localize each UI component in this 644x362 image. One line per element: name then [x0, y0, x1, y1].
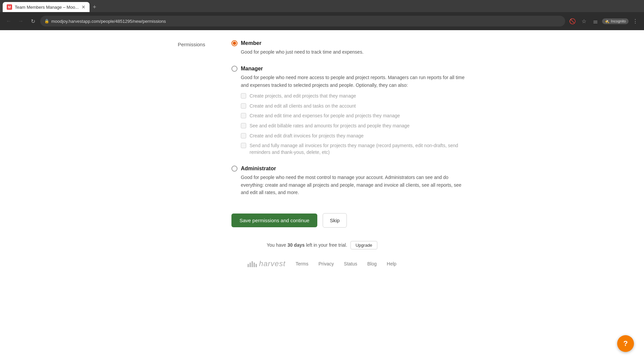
manager-option-3-label: Create and edit time and expenses for pe… [250, 113, 400, 119]
manager-option-1-label: Create projects, and edit projects that … [250, 93, 356, 100]
permissions-content: Member Good for people who just need to … [231, 40, 466, 206]
footer-blog-link[interactable]: Blog [367, 261, 377, 266]
incognito-label: Incognito [611, 19, 626, 23]
tab-close-button[interactable]: ✕ [82, 4, 86, 10]
page-content: Permissions Member Good for people who j… [0, 30, 644, 362]
manager-option-6: Send and fully manage all invoices for p… [241, 142, 466, 156]
manager-role-desc: Good for people who need more access to … [241, 74, 466, 89]
forward-button[interactable]: → [16, 16, 25, 26]
save-permissions-button[interactable]: Save permissions and continue [231, 214, 317, 227]
footer-status-link[interactable]: Status [344, 261, 357, 266]
lock-icon: 🔒 [44, 19, 49, 23]
main-layout: Permissions Member Good for people who j… [0, 40, 644, 275]
harvest-logo-bars-icon [248, 260, 257, 267]
member-role-option: Member Good for people who just need to … [231, 40, 466, 56]
address-bar[interactable]: 🔒 moodjoy.harvestapp.com/people/4851295/… [40, 16, 565, 26]
bar-5 [256, 264, 257, 267]
footer-privacy-link[interactable]: Privacy [318, 261, 334, 266]
browser-tabs: M Team Members Manage – Moo... ✕ + [0, 0, 644, 12]
permissions-section: Permissions Member Good for people who j… [178, 40, 466, 206]
new-tab-button[interactable]: + [90, 2, 100, 12]
manager-role-name: Manager [241, 66, 263, 72]
tab-label: Team Members Manage – Moo... [15, 5, 79, 10]
manager-option-4-checkbox[interactable] [241, 123, 246, 128]
manager-role-header: Manager [231, 66, 466, 72]
manager-option-3: Create and edit time and expenses for pe… [241, 113, 466, 119]
manager-option-3-checkbox[interactable] [241, 113, 246, 118]
menu-button[interactable]: ⋮ [631, 16, 640, 26]
incognito-badge: 🕵 Incognito [602, 18, 629, 24]
bar-4 [254, 262, 255, 267]
footer-help-link[interactable]: Help [387, 261, 396, 266]
manager-option-2-label: Create and edit all clients and tasks on… [250, 103, 356, 110]
manager-option-6-checkbox[interactable] [241, 143, 246, 148]
skip-button[interactable]: Skip [323, 213, 346, 228]
manager-option-2: Create and edit all clients and tasks on… [241, 103, 466, 110]
harvest-logo: harvest [248, 259, 285, 268]
trial-notice: You have 30 days left in your free trial… [178, 241, 466, 249]
trial-suffix: left in your free trial. [306, 242, 347, 248]
administrator-radio[interactable] [231, 166, 237, 172]
permissions-section-label: Permissions [178, 40, 218, 206]
administrator-role-desc: Good for people who need the most contro… [241, 174, 466, 196]
member-role-name: Member [241, 40, 261, 46]
manager-option-6-label: Send and fully manage all invoices for p… [250, 142, 466, 156]
browser-chrome: M Team Members Manage – Moo... ✕ + ← → ↻… [0, 0, 644, 30]
active-tab[interactable]: M Team Members Manage – Moo... ✕ [3, 2, 90, 12]
help-icon: ? [623, 339, 628, 348]
manager-option-2-checkbox[interactable] [241, 103, 246, 109]
harvest-logo-text: harvest [259, 259, 285, 268]
browser-navigation: ← → ↻ 🔒 moodjoy.harvestapp.com/people/48… [0, 12, 644, 30]
tab-favicon: M [7, 4, 12, 10]
member-role-desc: Good for people who just need to track t… [241, 48, 466, 56]
manager-option-4-label: See and edit billable rates and amounts … [250, 123, 410, 129]
administrator-role-name: Administrator [241, 166, 276, 172]
manager-radio[interactable] [231, 66, 237, 72]
help-button[interactable]: ? [617, 335, 634, 352]
sidebar-icon[interactable]: ⚌ [591, 16, 600, 26]
reload-button[interactable]: ↻ [28, 16, 38, 26]
manager-option-1-checkbox[interactable] [241, 93, 246, 99]
administrator-role-header: Administrator [231, 166, 466, 172]
footer-terms-link[interactable]: Terms [296, 261, 308, 266]
bar-3 [252, 261, 253, 267]
url-text: moodjoy.harvestapp.com/people/4851295/ne… [51, 19, 166, 24]
footer: harvest Terms Privacy Status Blog Help [178, 259, 466, 275]
bookmark-icon[interactable]: ☆ [579, 16, 589, 26]
bar-1 [248, 264, 249, 267]
manager-option-5-checkbox[interactable] [241, 133, 246, 138]
upgrade-button[interactable]: Upgrade [351, 241, 377, 249]
nav-actions: 🚫 ☆ ⚌ 🕵 Incognito ⋮ [568, 16, 640, 26]
trial-prefix: You have [267, 242, 286, 248]
visibility-off-icon: 🚫 [568, 16, 577, 26]
manager-option-1: Create projects, and edit projects that … [241, 93, 466, 100]
member-radio[interactable] [231, 40, 237, 46]
manager-option-5: Create and edit draft invoices for proje… [241, 133, 466, 139]
member-role-header: Member [231, 40, 466, 46]
content-area: Permissions Member Good for people who j… [171, 40, 473, 275]
manager-option-5-label: Create and edit draft invoices for proje… [250, 133, 364, 139]
incognito-icon: 🕵 [605, 19, 609, 23]
bar-2 [250, 262, 251, 267]
manager-option-4: See and edit billable rates and amounts … [241, 123, 466, 129]
manager-role-option: Manager Good for people who need more ac… [231, 66, 466, 156]
trial-days: 30 days [287, 242, 305, 248]
back-button[interactable]: ← [4, 16, 13, 26]
administrator-role-option: Administrator Good for people who need t… [231, 166, 466, 196]
manager-options: Create projects, and edit projects that … [241, 93, 466, 156]
actions-row: Save permissions and continue Skip [231, 213, 466, 228]
